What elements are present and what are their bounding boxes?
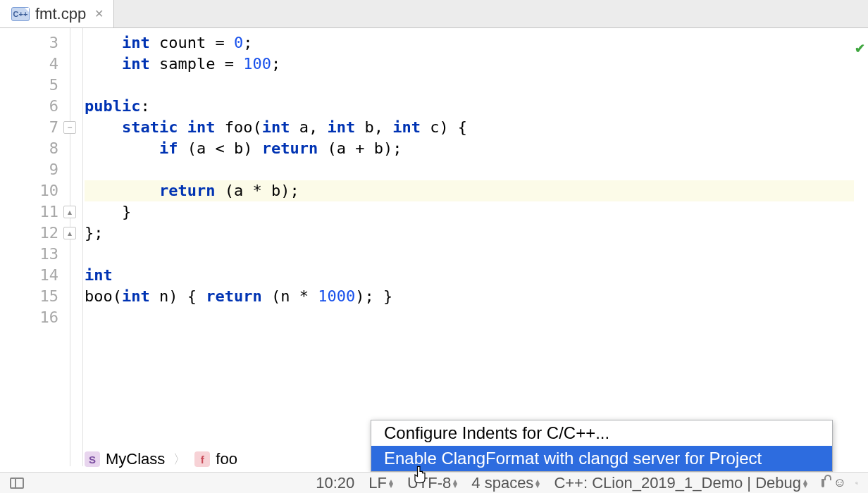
gutter-line: 5 [0,75,58,96]
chevrons-icon: ▴▾ [453,479,457,487]
fold-marker[interactable]: ▴ [63,227,76,239]
code-line[interactable]: if (a < b) return (a + b); [85,138,854,159]
run-config[interactable]: C++: CLion_2019_1_Demo | Debug▴▾ [548,474,813,492]
chevrons-icon: ▴▾ [389,479,393,487]
search-icon[interactable] [850,476,864,490]
gutter-line: 3 [0,32,58,54]
code-line[interactable]: } [85,201,854,223]
gutter-line: 16 [0,307,58,328]
lock-icon[interactable] [816,476,830,490]
breadcrumb-func-label: foo [216,450,237,468]
code-line[interactable]: return (a * b); [85,180,854,201]
gutter-line: 9 [0,159,58,180]
breadcrumb-func[interactable]: f foo [194,450,237,468]
code-area[interactable]: int count = 0; int sample = 100;public: … [83,28,854,466]
function-icon: f [194,451,210,467]
gutter-line: 7 [0,117,58,138]
cpp-file-icon: C++ [11,7,30,21]
inspector-icon[interactable]: ☺ [833,476,847,490]
code-line[interactable]: boo(int n) { return (n * 1000); } [85,286,854,307]
fold-marker[interactable]: − [63,121,76,134]
popup-item-configure-indents[interactable]: Configure Indents for C/C++... [371,420,832,446]
fold-marker[interactable]: ▴ [63,206,76,218]
editor: 345678910111213141516 −▴▴ int count = 0;… [0,28,868,466]
toolwindows-button[interactable] [4,478,30,489]
fold-column: −▴▴ [70,28,83,466]
tab-label: fmt.cpp [35,5,86,23]
indent-setting[interactable]: 4 spaces▴▾ [466,474,545,492]
code-line[interactable]: int [85,265,854,286]
gutter-line: 15 [0,286,58,307]
indent-popup-menu: Configure Indents for C/C++...Enable Cla… [371,420,833,472]
code-line[interactable]: int count = 0; [85,32,854,54]
breadcrumb-class[interactable]: S MyClass [85,450,165,468]
code-line[interactable] [85,244,854,265]
tab-fmt-cpp[interactable]: C++ fmt.cpp ✕ [0,0,114,27]
close-icon[interactable]: ✕ [92,7,106,20]
code-line[interactable]: public: [85,96,854,117]
breadcrumb-class-label: MyClass [106,450,165,468]
gutter-line: 6 [0,96,58,117]
code-line[interactable]: }; [85,223,854,244]
svg-line-1 [857,483,858,484]
inspection-rail: ✔ [854,28,868,466]
gutter-line: 10 [0,180,58,201]
popup-item-enable-clangformat[interactable]: Enable ClangFormat with clangd server fo… [371,446,832,471]
gutter-line: 14 [0,265,58,286]
svg-point-0 [856,482,857,483]
chevron-right-icon: 〉 [173,451,186,468]
encoding[interactable]: UTF-8▴▾ [402,474,463,492]
line-ending[interactable]: LF▴▾ [363,474,399,492]
struct-icon: S [85,451,100,467]
gutter-line: 11 [0,201,58,223]
gutter-line: 13 [0,244,58,265]
breadcrumb: S MyClass 〉 f foo [85,447,237,472]
chevrons-icon: ▴▾ [535,479,540,487]
gutter: 345678910111213141516 [0,28,70,466]
layout-icon [10,478,24,489]
code-line[interactable]: int sample = 100; [85,54,854,75]
tab-bar: C++ fmt.cpp ✕ [0,0,868,28]
status-bar: 10:20 LF▴▾ UTF-8▴▾ 4 spaces▴▾ C++: CLion… [0,472,868,493]
chevrons-icon: ▴▾ [803,479,807,487]
cursor-position[interactable]: 10:20 [310,474,360,492]
gutter-line: 12 [0,223,58,244]
code-line[interactable] [85,159,854,180]
code-line[interactable] [85,75,854,96]
code-line[interactable] [85,307,854,328]
gutter-line: 8 [0,138,58,159]
inspection-ok-icon: ✔ [855,41,865,56]
code-line[interactable]: static int foo(int a, int b, int c) { [85,117,854,138]
gutter-line: 4 [0,54,58,75]
